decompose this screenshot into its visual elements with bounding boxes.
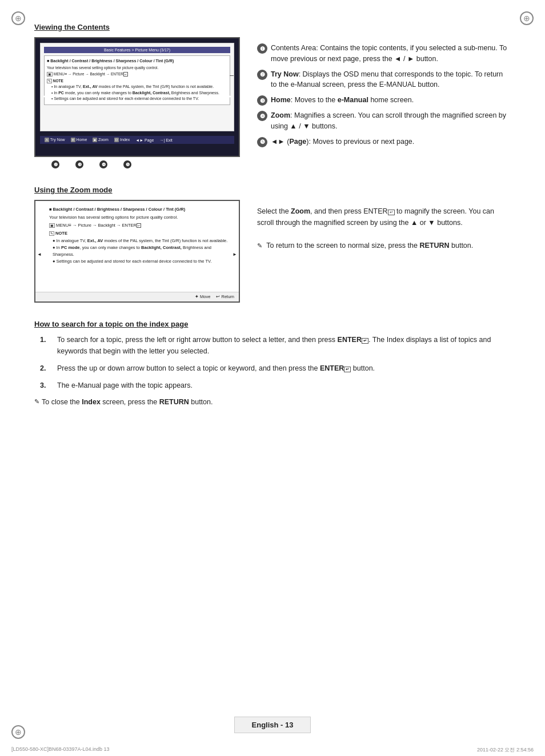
corner-decoration-tl: ⊕ <box>11 11 25 25</box>
index-step-2: 2. Press the up or down arrow button to … <box>40 363 511 374</box>
footer-date-info: 2011-02-22 오전 2:54:56 <box>477 746 534 754</box>
btn-try-now[interactable]: A Try Now <box>45 138 65 142</box>
label-2: ❷ <box>51 160 59 168</box>
label-3: ❸ <box>75 160 83 168</box>
label-5: ❺ <box>123 160 131 168</box>
btn-home[interactable]: B Home <box>71 138 87 142</box>
tv-screen-container: Basic Features > Picture Menu (3/17) ■ B… <box>34 37 240 168</box>
note-icon: ✎ <box>34 397 39 407</box>
viewing-heading: Viewing the Contents <box>34 23 511 31</box>
desc-item-1: ❶ Contents Area: Contains the topic cont… <box>257 43 511 65</box>
step-text-2: Press the up or down arrow button to sel… <box>57 363 375 374</box>
desc-num-1: ❶ <box>257 43 267 54</box>
footer-bottom: [LD550-580-XC]BN68-03397A-L04.indb 13 20… <box>11 746 534 754</box>
zoom-arrow-left-icon: ◄ <box>37 251 42 258</box>
tv-content-sub: Your television has several setting opti… <box>47 65 227 70</box>
step-text-1: To search for a topic, press the left or… <box>57 334 511 357</box>
zoom-move-label: ✦ Move <box>195 294 210 300</box>
index-steps: 1. To search for a topic, press the left… <box>40 334 511 391</box>
footer-page-indicator: English - 13 <box>234 717 311 733</box>
tv-content-heading: ■ Backlight / Contrast / Brightness / Sh… <box>47 58 227 64</box>
index-step-3: 3. The e-Manual page with the topic appe… <box>40 380 511 391</box>
footer: English - 13 [LD550-580-XC]BN68-03397A-L… <box>0 711 545 756</box>
desc-text-2: Try Now: Displays the OSD menu that corr… <box>271 69 511 91</box>
desc-num-3: ❸ <box>257 95 267 106</box>
desc-num-5: ❺ <box>257 137 267 147</box>
zoom-screen: ■ Backlight / Contrast / Brightness / Sh… <box>34 200 240 303</box>
zoom-screen-content: ■ Backlight / Contrast / Brightness / Sh… <box>49 207 232 265</box>
page-container: ⊕ ⊕ ⊕ Viewing the Contents Basic Feature… <box>0 0 545 756</box>
callout-line <box>230 75 234 76</box>
btn-zoom[interactable]: ■ Zoom <box>93 138 108 142</box>
index-note-text: To close the Index screen, press the RET… <box>42 397 213 408</box>
desc-text-3: Home: Moves to the e-Manual home screen. <box>271 95 414 106</box>
tv-arrow-right[interactable]: ► <box>225 91 233 100</box>
zoom-desc-text2: ✎ To return to the screen to normal size… <box>257 240 511 251</box>
section-index: How to search for a topic on the index p… <box>34 320 511 408</box>
tv-note-label: ✎ NOTE <box>47 78 227 83</box>
step-num-1: 1. <box>40 334 51 357</box>
desc-text-1: Contents Area: Contains the topic conten… <box>271 43 511 65</box>
desc-item-2: ❷ Try Now: Displays the OSD menu that co… <box>257 69 511 91</box>
desc-num-2: ❷ <box>257 70 267 80</box>
zoom-arrow-right-icon: ► <box>233 251 237 258</box>
btn-exit[interactable]: →| Exit <box>159 138 172 142</box>
index-step-1: 1. To search for a topic, press the left… <box>40 334 511 357</box>
corner-decoration-tr: ⊕ <box>520 11 534 25</box>
tv-screen-inner: Basic Features > Picture Menu (3/17) ■ B… <box>40 43 234 131</box>
desc-item-4: ❹ Zoom: Magnifies a screen. You can scro… <box>257 110 511 132</box>
tv-screen: Basic Features > Picture Menu (3/17) ■ B… <box>34 37 240 157</box>
zoom-heading: Using the Zoom mode <box>34 186 511 194</box>
section-viewing: Viewing the Contents Basic Features > Pi… <box>34 23 511 168</box>
step-num-2: 2. <box>40 363 51 374</box>
tv-arrow-left[interactable]: ◄ <box>41 91 49 100</box>
index-note: ✎ To close the Index screen, press the R… <box>34 397 511 408</box>
section-zoom: Using the Zoom mode ■ Backlight / Contra… <box>34 186 511 303</box>
zoom-return-label: ↩ Return <box>216 294 234 300</box>
zoom-desc-text1: Select the Zoom, and then press ENTER↵ t… <box>257 206 511 228</box>
zoom-bottom-bar: ✦ Move ↩ Return <box>35 292 239 302</box>
tv-menu-path: ▣ MENU≡ → Picture → Backlight → ENTER↵ <box>47 71 227 77</box>
index-heading: How to search for a topic on the index p… <box>34 320 511 328</box>
desc-item-5: ❺ ◄► (Page): Moves to previous or next p… <box>257 136 511 147</box>
step-text-3: The e-Manual page with the topic appears… <box>57 380 193 391</box>
tv-bullets: • In analogue TV, Ext., AV modes of the … <box>47 84 227 102</box>
tv-bottom-bar: A Try Now B Home ■ Zoom D Index ◄► Page … <box>40 136 234 144</box>
desc-num-4: ❹ <box>257 111 267 121</box>
viewing-desc: ❶ Contents Area: Contains the topic cont… <box>257 37 511 168</box>
tv-title-bar: Basic Features > Picture Menu (3/17) <box>44 47 230 53</box>
label-4: ❹ <box>99 160 107 168</box>
desc-text-4: Zoom: Magnifies a screen. You can scroll… <box>271 110 511 132</box>
desc-text-5: ◄► (Page): Moves to previous or next pag… <box>271 136 414 147</box>
tv-content-inner: ■ Backlight / Contrast / Brightness / Sh… <box>44 55 230 105</box>
desc-item-3: ❸ Home: Moves to the e-Manual home scree… <box>257 95 511 106</box>
zoom-desc: Select the Zoom, and then press ENTER↵ t… <box>257 200 511 303</box>
btn-page[interactable]: ◄► Page <box>135 138 154 142</box>
btn-index[interactable]: D Index <box>114 138 130 142</box>
step-num-3: 3. <box>40 380 51 391</box>
bottom-labels: ❷ ❸ ❹ ❺ <box>51 159 240 168</box>
footer-file-info: [LD550-580-XC]BN68-03397A-L04.indb 13 <box>11 746 110 754</box>
